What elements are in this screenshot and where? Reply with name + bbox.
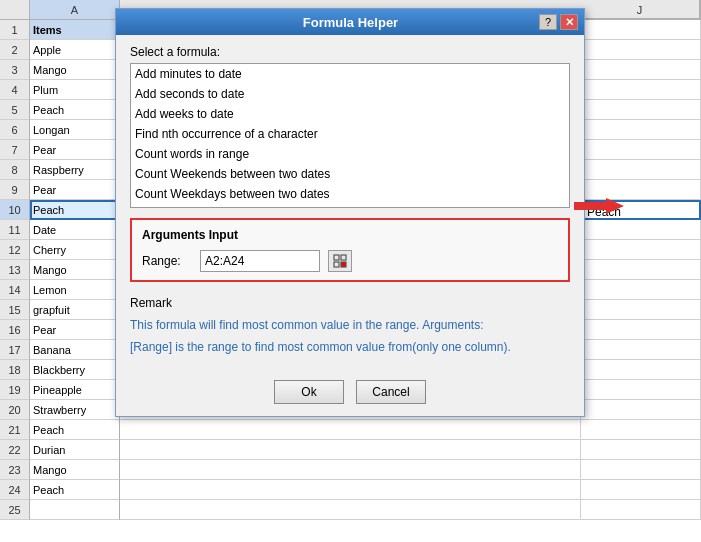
- range-input[interactable]: [200, 250, 320, 272]
- svg-rect-3: [334, 262, 339, 267]
- range-label: Range:: [142, 254, 192, 268]
- formula-item-0[interactable]: Add minutes to date: [131, 64, 569, 84]
- ok-button[interactable]: Ok: [274, 380, 344, 404]
- remark-title: Remark: [130, 296, 570, 310]
- formula-list[interactable]: Add minutes to date Add seconds to date …: [130, 63, 570, 208]
- dialog-title: Formula Helper: [162, 15, 539, 30]
- red-arrow-indicator: [574, 196, 624, 216]
- arguments-input-box: Arguments Input Range:: [130, 218, 570, 282]
- formula-item-2[interactable]: Add weeks to date: [131, 104, 569, 124]
- dialog-body: Select a formula: Add minutes to date Ad…: [116, 35, 584, 370]
- formula-item-6[interactable]: Count Weekdays between two dates: [131, 184, 569, 204]
- svg-rect-2: [341, 255, 346, 260]
- dialog-footer: Ok Cancel: [116, 370, 584, 416]
- formula-item-5[interactable]: Count Weekends between two dates: [131, 164, 569, 184]
- formula-item-4[interactable]: Count words in range: [131, 144, 569, 164]
- remark-line1: This formula will find most common value…: [130, 316, 570, 334]
- args-row: Range:: [142, 250, 558, 272]
- svg-marker-0: [574, 198, 624, 214]
- help-button[interactable]: ?: [539, 14, 557, 30]
- range-picker-button[interactable]: [328, 250, 352, 272]
- formula-helper-dialog: Formula Helper ? ✕ Select a formula: Add…: [115, 8, 585, 417]
- args-title: Arguments Input: [142, 228, 558, 242]
- remark-line2: [Range] is the range to find most common…: [130, 338, 570, 356]
- dialog-titlebar: Formula Helper ? ✕: [116, 9, 584, 35]
- formula-item-7[interactable]: Count the number of specific weekday: [131, 204, 569, 208]
- svg-rect-1: [334, 255, 339, 260]
- select-formula-label: Select a formula:: [130, 45, 570, 59]
- remark-section: Remark This formula will find most commo…: [130, 292, 570, 360]
- formula-item-1[interactable]: Add seconds to date: [131, 84, 569, 104]
- cancel-button[interactable]: Cancel: [356, 380, 426, 404]
- svg-rect-4: [341, 262, 346, 267]
- dialog-overlay: Formula Helper ? ✕ Select a formula: Add…: [0, 0, 701, 542]
- dialog-controls: ? ✕: [539, 14, 578, 30]
- formula-item-3[interactable]: Find nth occurrence of a character: [131, 124, 569, 144]
- close-button[interactable]: ✕: [560, 14, 578, 30]
